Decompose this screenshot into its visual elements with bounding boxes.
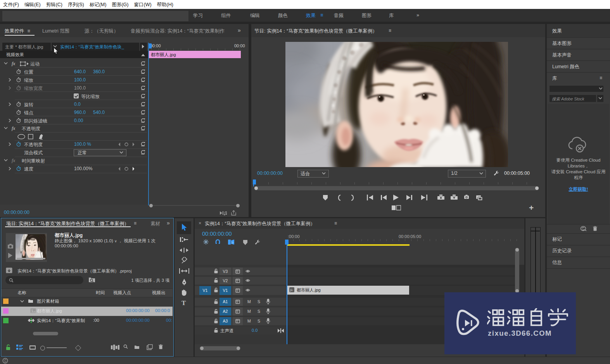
svg-text:fx: fx — [290, 288, 293, 292]
